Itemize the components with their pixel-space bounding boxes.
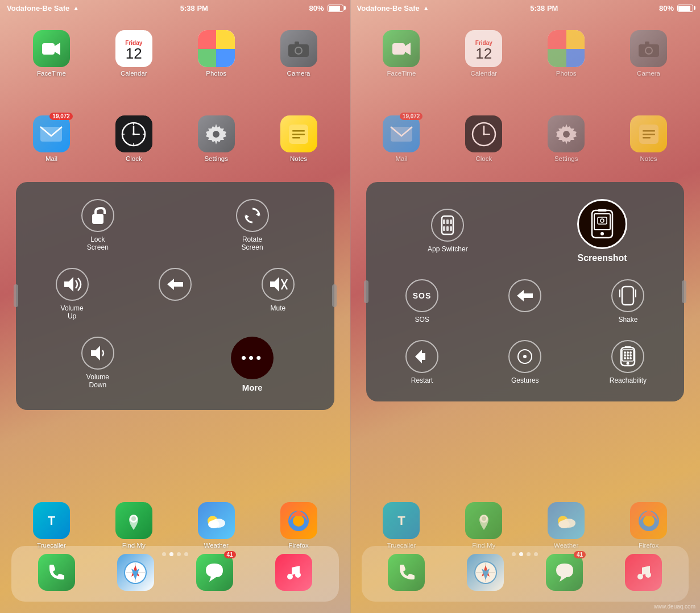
mail-badge: 19,072 [49,113,73,120]
svg-point-85 [600,232,604,235]
weather-icon [198,502,235,539]
sos-label: SOS [415,316,429,324]
app-facetime[interactable]: FaceTime [10,26,93,81]
at-back[interactable] [125,262,225,326]
app-weather[interactable]: Weather [175,498,258,553]
dock-music[interactable] [271,552,317,596]
svg-rect-49 [645,42,649,45]
at-screenshot[interactable]: Screenshot [526,193,678,269]
left-panel: Vodafone-Be Safe ▲ 5:38 PM 80% FaceTime … [0,0,350,613]
svg-point-67 [643,515,655,527]
at-sos[interactable]: SOS SOS [372,274,473,329]
clock-label: Clock [126,155,142,162]
at-rotate-screen[interactable]: RotateScreen [176,193,329,258]
more-label: More [242,383,263,393]
volume-down-icon [81,337,114,370]
svg-point-99 [627,351,629,354]
svg-point-16 [213,131,219,138]
assistive-menu-right[interactable]: App Switcher Screenshot [366,182,685,401]
at-app-switcher[interactable]: App Switcher [372,203,524,259]
svg-point-73 [637,574,643,579]
calendar-label: Calendar [121,70,147,77]
app-notes[interactable]: Notes [258,111,340,167]
dot-r1 [512,552,516,556]
dot-4 [184,552,188,556]
svg-point-104 [624,357,626,359]
gestures-icon [508,340,541,373]
svg-rect-79 [443,226,445,231]
svg-point-74 [645,572,651,578]
rotate-icon [236,199,269,232]
app-calendar[interactable]: Friday 12 Calendar [93,26,175,81]
svg-point-48 [646,48,652,53]
at-gestures[interactable]: Gestures [475,334,575,390]
dock-phone[interactable] [34,552,80,596]
volume-up-label: VolumeUp [61,304,84,321]
at-back2[interactable] [475,274,575,329]
right-status-bar: Vodafone-Be Safe ▲ 5:38 PM 80% [350,0,701,16]
svg-rect-83 [594,214,610,230]
at-shake[interactable]: Shake [578,274,678,329]
app-photos[interactable]: Photos [175,26,258,81]
settings-icon [198,115,235,152]
svg-rect-86 [598,217,607,224]
calendar-icon: Friday 12 [115,30,152,67]
svg-rect-75 [442,216,453,234]
app-firefox[interactable]: Firefox [258,498,340,553]
menu-handle-left [14,284,18,307]
photos-icon [198,30,235,67]
app-mail[interactable]: 19,072 Mail [10,111,93,167]
gestures-label: Gestures [511,376,539,384]
at-mute[interactable]: Mute [227,262,328,326]
svg-marker-92 [415,350,425,363]
svg-rect-44 [392,43,405,55]
app-settings[interactable]: Settings [175,111,258,167]
mute-icon [262,268,295,301]
page-dots-left [0,552,350,556]
bottom-row-left: T Truecaller Find My Weat [0,498,350,553]
svg-rect-59 [643,134,655,135]
svg-point-106 [629,357,632,359]
app-clock[interactable]: Clock [93,111,175,167]
more-icon: ••• [231,337,274,379]
app-findmy[interactable]: Find My [93,498,175,553]
at-restart[interactable]: Restart [372,334,473,390]
svg-point-33 [287,574,293,579]
truecaller-icon: T [33,502,70,539]
svg-marker-39 [167,279,183,290]
right-panel: Vodafone-Be Safe ▲ 5:38 PM 80% FaceTime … [350,0,701,613]
facetime-icon [33,30,70,67]
assistive-menu-left[interactable]: LockScreen RotateScreen [16,182,334,410]
at-volume-up[interactable]: VolumeUp [22,262,122,326]
svg-rect-0 [42,43,55,55]
app-camera[interactable]: Camera [258,26,340,81]
carrier-left: Vodafone-Be Safe [7,4,69,13]
at-more[interactable]: ••• More [176,331,329,399]
svg-marker-43 [91,346,100,361]
svg-point-103 [629,354,632,357]
sos-icon: SOS [405,279,438,312]
wifi-icon-left: ▲ [73,5,79,11]
restart-label: Restart [411,376,433,384]
svg-rect-78 [450,219,452,224]
svg-marker-88 [517,290,533,301]
at-lock-screen[interactable]: LockScreen [22,193,174,258]
lock-screen-label: LockScreen [87,235,109,252]
app-truecaller[interactable]: T Truecaller [10,498,93,553]
app-switcher-icon [431,209,464,242]
dock-messages[interactable]: 41 [192,552,238,596]
findmy-icon [115,502,152,539]
restart-icon [405,340,438,373]
shake-label: Shake [618,316,637,324]
carrier-right: Vodafone-Be Safe [357,4,420,13]
svg-point-102 [627,354,629,357]
at-reachability[interactable]: Reachability [578,334,678,390]
svg-point-54 [483,133,485,135]
app-grid-left: FaceTime Friday 12 Calendar Photos [0,20,350,87]
camera-label: Camera [287,70,310,77]
svg-marker-45 [405,43,411,55]
at-volume-down[interactable]: VolumeDown [22,331,174,399]
menu-handle-right-left [364,280,368,303]
dock-safari[interactable] [113,552,159,596]
music-icon [275,554,312,591]
